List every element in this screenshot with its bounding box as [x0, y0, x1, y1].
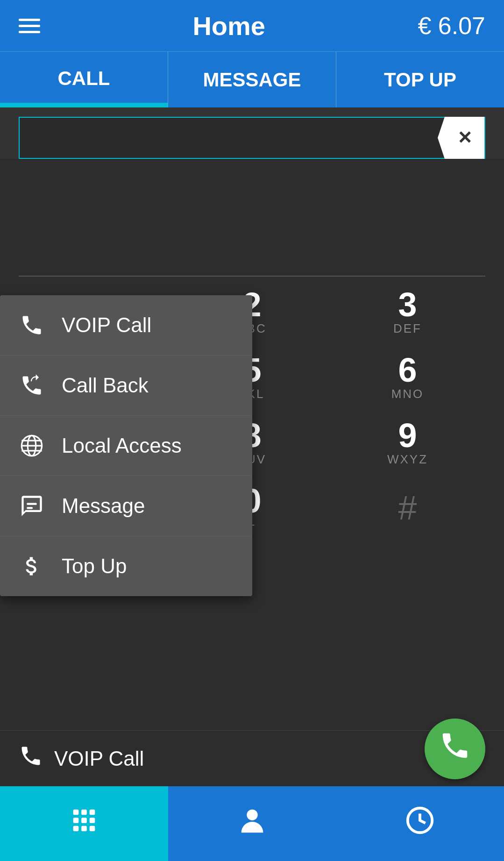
call-fab-button[interactable] — [425, 719, 485, 779]
message-label: Message — [62, 494, 145, 518]
backspace-icon: ✕ — [457, 128, 472, 148]
dial-key-hash[interactable]: # — [342, 477, 473, 538]
svg-rect-9 — [89, 810, 95, 815]
call-fab-icon — [439, 729, 471, 768]
tab-bar: CALL MESSAGE TOP UP — [0, 51, 504, 107]
dial-key-3[interactable]: 3 DEF — [342, 281, 473, 342]
contacts-area — [0, 164, 504, 276]
bottom-nav-recents[interactable] — [336, 786, 504, 861]
divider — [19, 276, 485, 277]
dropdown-item-call-back[interactable]: Call Back — [0, 356, 252, 416]
dialpad-area: ✕ — [0, 107, 504, 159]
voip-call-label: VOIP Call — [62, 313, 151, 337]
top-up-icon — [19, 553, 45, 579]
svg-rect-15 — [89, 826, 95, 832]
tab-call[interactable]: CALL — [0, 52, 168, 107]
bottom-nav-dialpad[interactable] — [0, 786, 168, 861]
svg-rect-12 — [89, 818, 95, 823]
dropdown-item-message[interactable]: Message — [0, 476, 252, 536]
bottom-nav-contacts[interactable] — [168, 786, 336, 861]
bottom-nav — [0, 786, 504, 861]
app-title: Home — [192, 11, 265, 41]
local-access-icon — [19, 433, 45, 459]
local-access-label: Local Access — [62, 434, 182, 457]
call-back-icon — [19, 372, 45, 398]
svg-rect-10 — [73, 818, 78, 823]
tab-message[interactable]: MESSAGE — [168, 52, 336, 107]
dropdown-item-voip-call[interactable]: VOIP Call — [0, 295, 252, 356]
svg-rect-5 — [27, 503, 37, 505]
call-back-label: Call Back — [62, 374, 149, 397]
voip-call-icon — [19, 312, 45, 338]
message-icon — [19, 493, 45, 519]
svg-rect-7 — [73, 810, 78, 815]
phone-input-row: ✕ — [19, 117, 485, 159]
balance-display: € 6.07 — [418, 12, 485, 40]
dial-key-9[interactable]: 9 WXYZ — [342, 412, 473, 473]
phone-input[interactable] — [20, 128, 438, 149]
dropdown-item-local-access[interactable]: Local Access — [0, 416, 252, 476]
dropdown-item-top-up[interactable]: Top Up — [0, 536, 252, 596]
backspace-button[interactable]: ✕ — [438, 117, 484, 159]
svg-rect-8 — [81, 810, 87, 815]
app-header: Home € 6.07 — [0, 0, 504, 51]
dialpad: 1 2 ABC 3 DEF VOIP Call — [0, 281, 504, 538]
top-up-label: Top Up — [62, 555, 127, 578]
call-bar-label: VOIP Call — [54, 747, 468, 770]
clock-icon — [404, 804, 436, 843]
dialpad-icon — [68, 804, 100, 843]
tab-topup[interactable]: TOP UP — [336, 52, 504, 107]
call-bar-phone-icon — [19, 744, 43, 774]
svg-rect-6 — [27, 507, 33, 509]
menu-button[interactable] — [19, 19, 40, 33]
svg-rect-11 — [81, 818, 87, 823]
svg-point-16 — [247, 810, 257, 820]
svg-rect-13 — [73, 826, 78, 832]
dial-key-6[interactable]: 6 MNO — [342, 347, 473, 407]
dropdown-menu: VOIP Call Call Back — [0, 295, 252, 596]
contacts-icon — [236, 804, 269, 843]
svg-rect-14 — [81, 826, 87, 832]
